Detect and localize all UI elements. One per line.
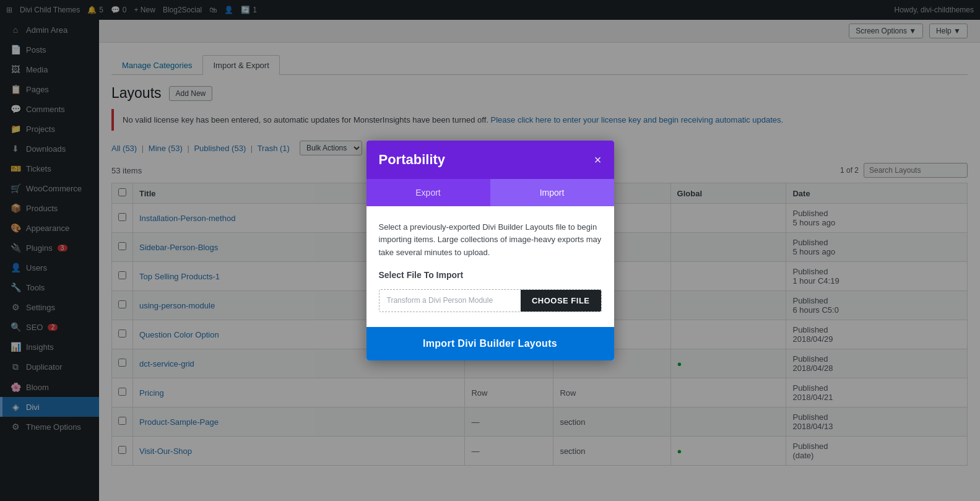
modal-tabs: Export Import [366,179,614,206]
modal-close-button[interactable]: × [594,154,602,166]
modal-description: Select a previously-exported Divi Builde… [379,221,602,259]
modal-tab-import[interactable]: Import [490,179,614,206]
choose-file-button[interactable]: CHOOSE FILE [521,290,601,311]
portability-modal: Portability × Export Import Select a pre… [366,141,614,361]
modal-header: Portability × [366,141,614,179]
import-layouts-button[interactable]: Import Divi Builder Layouts [366,327,614,360]
modal-title: Portability [379,152,446,168]
modal-body: Select a previously-exported Divi Builde… [366,206,614,328]
modal-overlay[interactable]: Portability × Export Import Select a pre… [0,0,980,501]
file-input-row: Transform a Divi Person Module CHOOSE FI… [379,289,602,312]
modal-tab-export[interactable]: Export [366,179,490,206]
file-input-placeholder: Transform a Divi Person Module [379,290,521,311]
select-file-label: Select File To Import [379,268,602,282]
